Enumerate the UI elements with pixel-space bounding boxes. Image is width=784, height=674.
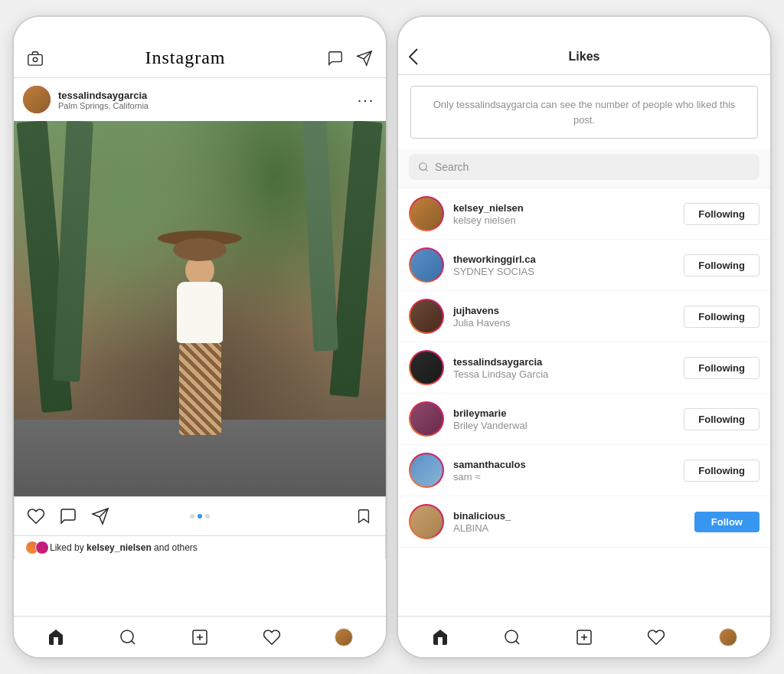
svg-point-13 [505, 630, 518, 643]
camera-icon[interactable] [24, 47, 46, 69]
right-phone: Likes Only tessalindsaygarcia can see th… [397, 15, 772, 659]
carousel-dots [190, 514, 210, 519]
likes-avatars [25, 541, 45, 555]
follow-button-0[interactable]: Following [684, 203, 760, 225]
user-info-2: jujhavens Julia Havens [453, 305, 675, 329]
back-button[interactable] [409, 48, 418, 65]
user-info-1: theworkinggirl.ca SYDNEY SOCIAS [453, 254, 675, 277]
profile-nav-icon-right[interactable] [717, 627, 739, 648]
user-avatar-4[interactable] [409, 401, 444, 437]
messages-icon[interactable] [325, 47, 346, 69]
svg-line-14 [516, 640, 519, 643]
user-handle-3[interactable]: tessalindsaygarcia [453, 356, 675, 368]
user-avatar-0[interactable] [409, 196, 444, 231]
likes-page-header: Likes [398, 38, 770, 75]
user-name-4: Briley Vanderwal [453, 420, 675, 431]
heart-nav-icon[interactable] [261, 627, 283, 648]
more-options-icon[interactable]: ··· [355, 89, 377, 110]
instagram-header: Instagram [14, 38, 386, 78]
svg-line-12 [426, 169, 428, 172]
user-row: kelsey_nielsen kelsey nielsen Following [398, 188, 770, 240]
likes-page-title: Likes [569, 50, 600, 64]
svg-rect-0 [28, 54, 42, 65]
user-name-3: Tessa Lindsay Garcia [453, 368, 675, 380]
follow-button-6[interactable]: Follow [694, 512, 760, 532]
follow-button-1[interactable]: Following [684, 254, 760, 276]
user-avatar-6[interactable] [409, 504, 444, 539]
left-phone: Instagram tes [12, 15, 387, 659]
instagram-logo: Instagram [145, 47, 226, 68]
svg-point-11 [420, 163, 426, 170]
status-bar-right [398, 17, 770, 38]
user-row: binalicious_ ALBINA Follow [398, 496, 770, 548]
user-avatar-2[interactable] [409, 299, 444, 334]
post-location: Palm Springs, California [58, 101, 348, 110]
user-name-6: ALBINA [453, 522, 685, 534]
user-handle-6[interactable]: binalicious_ [453, 510, 685, 522]
user-handle-0[interactable]: kelsey_nielsen [453, 202, 675, 214]
user-handle-4[interactable]: brileymarie [453, 407, 675, 419]
follow-button-5[interactable]: Following [684, 460, 760, 482]
search-nav-icon-right[interactable] [501, 627, 523, 648]
search-bar-icon [418, 162, 429, 172]
follow-button-4[interactable]: Following [684, 408, 760, 430]
user-handle-2[interactable]: jujhavens [453, 305, 675, 316]
svg-line-7 [132, 640, 135, 643]
likes-bar: Liked by kelsey_nielsen and others [14, 536, 386, 559]
user-avatar-1[interactable] [409, 247, 444, 283]
svg-point-1 [33, 57, 38, 62]
right-nav-bar [398, 616, 770, 657]
likes-username[interactable]: kelsey_nielsen [87, 542, 152, 553]
follow-button-2[interactable]: Following [684, 306, 760, 328]
search-bar-placeholder: Search [435, 161, 469, 173]
add-nav-icon-right[interactable] [573, 627, 595, 648]
user-avatar-3[interactable] [409, 350, 444, 385]
user-row: tessalindsaygarcia Tessa Lindsay Garcia … [398, 342, 770, 394]
send-icon[interactable] [354, 47, 375, 69]
share-icon[interactable] [90, 506, 111, 527]
user-info-3: tessalindsaygarcia Tessa Lindsay Garcia [453, 356, 675, 380]
user-name-2: Julia Havens [453, 317, 675, 329]
post-image [14, 121, 386, 496]
status-bar-left [14, 17, 386, 38]
add-nav-icon[interactable] [189, 627, 211, 648]
user-info-6: binalicious_ ALBINA [453, 510, 685, 534]
dot-3 [205, 514, 210, 519]
user-name-5: sam ≈ [453, 471, 675, 483]
post-username[interactable]: tessalindsaygarcia [58, 90, 348, 101]
user-info-4: brileymarie Briley Vanderwal [453, 407, 675, 431]
home-nav-icon[interactable] [45, 627, 67, 648]
likes-text: Liked by kelsey_nielsen and others [50, 542, 198, 553]
search-bar[interactable]: Search [409, 154, 760, 180]
post-header: tessalindsaygarcia Palm Springs, Califor… [14, 78, 386, 121]
user-row: samanthaculos sam ≈ Following [398, 445, 770, 496]
comment-icon[interactable] [57, 506, 79, 527]
user-info-5: samanthaculos sam ≈ [453, 459, 675, 483]
home-nav-icon-right[interactable] [430, 627, 451, 648]
user-handle-5[interactable]: samanthaculos [453, 459, 675, 470]
likes-info-text: Only tessalindsaygarcia can see the numb… [423, 97, 745, 127]
post-author-avatar[interactable] [23, 86, 51, 113]
post-actions-bar [14, 496, 386, 536]
user-row: brileymarie Briley Vanderwal Following [398, 394, 770, 445]
profile-nav-icon[interactable] [333, 627, 354, 648]
left-nav-bar [14, 616, 386, 657]
user-info-0: kelsey_nielsen kelsey nielsen [453, 202, 675, 226]
like-icon[interactable] [25, 506, 47, 527]
save-icon[interactable] [353, 506, 374, 527]
users-list: kelsey_nielsen kelsey nielsen Following … [398, 188, 770, 616]
user-handle-1[interactable]: theworkinggirl.ca [453, 254, 675, 265]
user-avatar-5[interactable] [409, 453, 444, 488]
follow-button-3[interactable]: Following [684, 357, 760, 379]
search-container: Search [398, 149, 770, 188]
likes-avatar-2 [35, 541, 49, 555]
user-row: theworkinggirl.ca SYDNEY SOCIAS Followin… [398, 240, 770, 291]
likes-info-box: Only tessalindsaygarcia can see the numb… [410, 86, 758, 139]
user-name-0: kelsey nielsen [453, 214, 675, 226]
heart-nav-icon-right[interactable] [645, 627, 667, 648]
dot-2 [198, 514, 202, 519]
search-nav-icon[interactable] [117, 627, 139, 648]
user-row: jujhavens Julia Havens Following [398, 291, 770, 342]
dot-1 [190, 514, 194, 519]
post-user-info: tessalindsaygarcia Palm Springs, Califor… [58, 90, 348, 110]
